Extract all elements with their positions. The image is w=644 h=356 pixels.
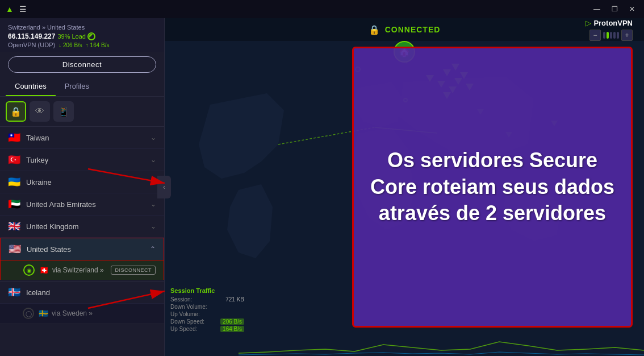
country-item-taiwan[interactable]: 🇹🇼 Taiwan ⌄: [0, 127, 164, 149]
server-item-us-switzerland[interactable]: ◉ 🇨🇭 via Switzerland » DISCONNECT: [0, 260, 164, 280]
zoom-dot-5: [617, 32, 619, 39]
main-layout: Switzerland » United States 66.115.149.2…: [0, 18, 644, 356]
flag-uae: 🇦🇪: [8, 198, 22, 210]
flag-iceland: 🇮🇸: [8, 286, 22, 299]
close-button[interactable]: ✕: [626, 4, 638, 14]
country-item-uae[interactable]: 🇦🇪 United Arab Emirates ⌄: [0, 193, 164, 216]
eye-filter-icon: 👁: [35, 106, 44, 117]
session-row-session: Session: 721 KB: [170, 296, 244, 303]
proton-logo: ▷ ProtonVPN − +: [586, 19, 633, 41]
speed-graph: [239, 333, 644, 356]
country-name-uae: United Arab Emirates: [26, 200, 150, 209]
annotation-overlay: Os servidores Secure Core roteiam seus d…: [352, 47, 633, 328]
proton-brand-name: ProtonVPN: [593, 19, 633, 27]
session-row-up-speed: Up Speed: 164 B/s: [170, 326, 244, 332]
flag-taiwan: 🇹🇼: [8, 131, 22, 144]
session-row-up-vol: Up Volume:: [170, 311, 244, 317]
filter-row: 🔒 👁 📱: [0, 97, 164, 127]
country-item-iceland[interactable]: 🇮🇸 Iceland ⌄: [0, 281, 164, 304]
status-bar: 🔒 CONNECTED ▷ ProtonVPN −: [165, 18, 644, 41]
chevron-turkey: ⌄: [150, 156, 156, 164]
session-row-down-speed: Down Speed: 206 B/s: [170, 318, 244, 325]
p2p-filter-button[interactable]: 👁: [30, 101, 50, 122]
flag-us: 🇺🇸: [9, 243, 22, 255]
country-name-ukraine: Ukraine: [26, 178, 150, 187]
proton-vpn-arrow: ▷: [586, 19, 591, 27]
server-active-icon: ◉: [23, 264, 35, 276]
title-bar: ▲ ☰ — ❐ ✕: [0, 0, 644, 18]
connected-status: 🔒 CONNECTED: [369, 24, 441, 35]
zoom-minus-button[interactable]: −: [589, 30, 601, 41]
zoom-controls: − +: [589, 30, 633, 41]
ip-address: 66.115.149.227: [8, 32, 55, 40]
connected-text: CONNECTED: [385, 25, 441, 34]
country-list: 🇹🇼 Taiwan ⌄ 🇹🇷 Turkey ⌄ 🇺🇦 Ukraine ⌄ 🇦🇪 …: [0, 127, 164, 356]
zoom-dot-3: [610, 32, 612, 39]
tab-countries[interactable]: Countries: [6, 77, 56, 96]
session-label-session: Session:: [170, 296, 192, 303]
flag-ukraine: 🇺🇦: [8, 176, 22, 188]
zoom-plus-button[interactable]: +: [621, 30, 633, 41]
phone-filter-icon: 📱: [58, 106, 69, 117]
chevron-us: ⌃: [150, 245, 156, 253]
menu-icon[interactable]: ☰: [19, 5, 27, 14]
country-name-uk: United Kingdom: [26, 222, 150, 231]
session-label-up-speed: Up Speed:: [170, 326, 197, 332]
connection-route: Switzerland » United States: [8, 24, 156, 31]
minimize-button[interactable]: —: [590, 4, 604, 14]
session-value-down-speed: 206 B/s: [220, 318, 244, 325]
map-area: 🔒 CONNECTED ▷ ProtonVPN −: [165, 18, 644, 356]
server-disconnect-button[interactable]: DISCONNECT: [111, 266, 156, 275]
session-label-up-vol: Up Volume:: [170, 311, 200, 317]
server-item-iceland-sweden[interactable]: ◯ 🇸🇪 via Sweden »: [0, 304, 164, 324]
sidebar: Switzerland » United States 66.115.149.2…: [0, 18, 165, 356]
disconnect-button[interactable]: Disconnect: [8, 56, 156, 73]
zoom-dot-1: [603, 32, 605, 39]
chevron-taiwan: ⌄: [150, 134, 156, 142]
flag-switzerland: 🇨🇭: [39, 266, 49, 275]
lock-icon: 🔒: [369, 24, 380, 35]
chevron-uk: ⌄: [150, 222, 156, 230]
maximize-button[interactable]: ❐: [608, 4, 621, 14]
server-inactive-icon: ◯: [23, 308, 34, 319]
zoom-track: [603, 32, 619, 39]
country-item-us[interactable]: 🇺🇸 United States ⌃: [0, 238, 164, 260]
flag-sweden: 🇸🇪: [39, 309, 48, 318]
session-value-session: 721 KB: [225, 296, 244, 303]
country-item-ukraine[interactable]: 🇺🇦 Ukraine ⌄: [0, 171, 164, 193]
sidebar-expand-arrow[interactable]: ‹: [157, 176, 171, 198]
title-bar-left: ▲ ☰: [6, 5, 27, 14]
zoom-dot-2: [607, 32, 609, 39]
session-value-up-speed: 164 B/s: [220, 326, 244, 332]
country-name-us: United States: [27, 245, 150, 254]
server-name-iceland-se: via Sweden »: [52, 309, 156, 317]
window-controls: — ❐ ✕: [590, 4, 638, 14]
chevron-uae: ⌄: [150, 200, 156, 208]
flag-uk: 🇬🇧: [8, 220, 22, 233]
session-row-down-vol: Down Volume:: [170, 304, 244, 310]
connection-info: Switzerland » United States 66.115.149.2…: [0, 18, 164, 52]
country-name-turkey: Turkey: [26, 156, 150, 164]
country-item-turkey[interactable]: 🇹🇷 Turkey ⌄: [0, 149, 164, 171]
session-traffic-title: Session Traffic: [170, 287, 244, 294]
load-indicator: 39% Load: [57, 32, 95, 40]
country-item-uk[interactable]: 🇬🇧 United Kingdom ⌄: [0, 216, 164, 238]
session-traffic-panel: Session Traffic Session: 721 KB Down Vol…: [170, 287, 244, 333]
lock-filter-icon: 🔒: [10, 106, 22, 117]
country-name-taiwan: Taiwan: [26, 134, 150, 142]
server-name-us-ch: via Switzerland »: [52, 266, 111, 274]
flag-turkey: 🇹🇷: [8, 154, 22, 166]
session-label-down-speed: Down Speed:: [170, 318, 204, 325]
chevron-ukraine: ⌄: [150, 178, 156, 186]
secure-core-filter-button[interactable]: 🔒: [6, 101, 26, 122]
tab-profiles[interactable]: Profiles: [56, 77, 98, 96]
chevron-iceland: ⌄: [150, 288, 156, 296]
country-name-iceland: Iceland: [26, 288, 150, 297]
tor-filter-button[interactable]: 📱: [53, 101, 74, 122]
tabs-bar: Countries Profiles: [0, 77, 164, 97]
app-icon: ▲: [6, 5, 14, 14]
zoom-dot-4: [613, 32, 616, 39]
annotation-text: Os servidores Secure Core roteiam seus d…: [354, 136, 631, 238]
session-label-down-vol: Down Volume:: [170, 304, 207, 310]
protocol-info: OpenVPN (UDP) ↓ 206 B/s ↑ 164 B/s: [8, 42, 156, 48]
